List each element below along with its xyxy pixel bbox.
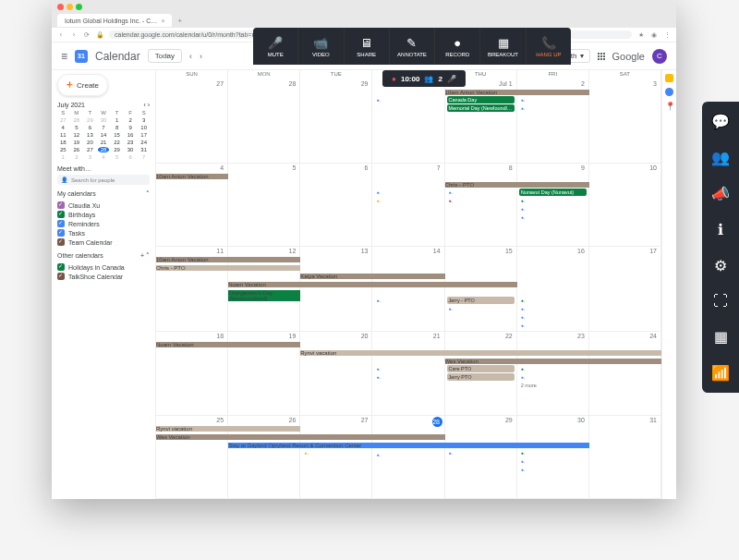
back-icon[interactable]: ‹ (57, 31, 65, 38)
mini-cal-day[interactable]: 1 (111, 117, 123, 123)
mini-cal-day[interactable]: 17 (138, 132, 150, 138)
maximize-icon[interactable] (76, 4, 82, 10)
calendar-toggle[interactable]: TalkShoe Calendar (57, 272, 150, 281)
search-people-input[interactable]: 👤 Search for people (57, 175, 150, 185)
mini-cal-day[interactable]: 4 (98, 154, 110, 160)
event[interactable]: 1pm FC site weekly sync (447, 449, 454, 457)
mini-cal-day[interactable]: 28 (98, 147, 110, 152)
chevron-up-icon[interactable]: ˄ (146, 190, 150, 198)
mini-cal-day[interactable]: 18 (57, 140, 69, 145)
day-cell[interactable]: 27 (156, 79, 228, 164)
event[interactable]: Jerry PTO (447, 373, 515, 381)
toolbar-annotate[interactable]: ✎ANNOTATE (390, 28, 435, 65)
day-cell[interactable]: 28 (228, 79, 300, 164)
multi-day-event[interactable]: Chris - PTO (156, 265, 300, 271)
mini-cal-day[interactable]: 31 (138, 147, 150, 152)
mini-cal-day[interactable]: 22 (111, 140, 123, 145)
event[interactable]: Canada Day (447, 96, 515, 103)
event[interactable]: Care PTO (447, 365, 515, 372)
day-cell[interactable]: 168:30am Anton in Office10am TalkShoe So… (517, 247, 589, 332)
multi-day-event[interactable]: Rynvi vacation (156, 426, 300, 432)
mini-cal-day[interactable]: 9 (125, 125, 137, 130)
event[interactable]: 3pm sea (374, 96, 381, 103)
multi-day-event[interactable]: Stay at Gaylord Opryland Resort & Conven… (228, 443, 589, 448)
event[interactable]: 11:30am FC site weekly sync (374, 189, 381, 196)
toolbar-record[interactable]: ●RECORD (435, 28, 480, 65)
tasks-icon[interactable] (665, 88, 673, 96)
day-cell[interactable]: 238:30am Anton in Office11:30am Weekly C… (517, 332, 589, 416)
day-cell[interactable]: 308:30am Anton in Office11:30am Weekly C… (517, 416, 589, 500)
day-cell[interactable]: 810am Hard Tag Change FCI3:30pm Weekly M… (445, 164, 517, 248)
day-cell[interactable]: 6 (300, 164, 372, 248)
multi-day-event[interactable]: Wes Vacation (445, 359, 661, 364)
day-cell[interactable]: 29 (300, 79, 372, 164)
multi-day-event[interactable]: 10am Anton Vacation (445, 90, 589, 95)
avatar[interactable]: C (652, 49, 667, 64)
event[interactable]: 8:30am Anton in Office (519, 365, 526, 372)
mini-cal-day[interactable]: 8 (111, 125, 123, 130)
mini-cal-day[interactable]: 12 (71, 132, 83, 138)
megaphone-icon[interactable]: 📣 (711, 185, 730, 202)
info-icon[interactable]: ℹ (718, 221, 723, 238)
wifi-icon[interactable]: 📶 (711, 364, 730, 382)
mini-cal-day[interactable]: 29 (111, 147, 123, 152)
mini-cal-day[interactable]: 6 (84, 125, 96, 130)
mini-cal-day[interactable]: 30 (125, 147, 137, 152)
event[interactable]: 3:30pm Weekly Marketing (447, 197, 454, 204)
event[interactable]: Jerry - PTO (447, 297, 515, 304)
multi-day-event[interactable]: Wes Vacation (156, 434, 445, 440)
event[interactable]: 11:30am Weekly Company (519, 313, 526, 321)
multi-day-event[interactable]: Noam Vacation (156, 342, 300, 347)
day-cell[interactable]: 711:30am FC site weekly sync3pm Leon - D… (372, 164, 444, 248)
event[interactable]: 2 more (519, 382, 587, 389)
event[interactable]: 8:30am Anton in Office (519, 197, 526, 204)
add-calendar-icon[interactable]: + ˄ (140, 252, 150, 260)
multi-day-event[interactable]: Orangemen's Day (Newfoundland) (228, 290, 300, 301)
multi-day-event[interactable]: 10am Anton Vacation (156, 257, 300, 262)
mini-cal-day[interactable]: 25 (57, 147, 69, 152)
event[interactable]: 3pm Leon - Dental appt. (374, 197, 381, 204)
event[interactable]: 11:30am Weekly Company (519, 213, 526, 221)
calendar-toggle[interactable]: Reminders (57, 219, 150, 228)
mini-cal-day[interactable]: 3 (84, 154, 96, 160)
mini-cal-day[interactable]: 7 (138, 154, 150, 160)
toolbar-breakout[interactable]: ▦BREAKOUT (480, 28, 526, 65)
hamburger-icon[interactable]: ≡ (61, 50, 67, 63)
multi-day-event[interactable]: Rynvi vacation (300, 350, 661, 356)
toolbar-video[interactable]: 📹VIDEO (298, 28, 344, 65)
day-cell[interactable]: 31 (589, 416, 661, 500)
mini-cal-day[interactable]: 28 (71, 117, 83, 123)
day-cell[interactable]: 291pm FC site weekly sync (445, 416, 517, 500)
event[interactable]: 11am Claudia/Anton/Julia/ (374, 297, 381, 304)
extension-icon[interactable]: ★ (637, 31, 645, 39)
browser-tab[interactable]: Iotum Global Holdings Inc. - C… × (57, 14, 172, 27)
close-icon[interactable] (57, 4, 64, 10)
close-tab-icon[interactable]: × (161, 18, 164, 24)
mini-cal-day[interactable]: 5 (71, 125, 83, 130)
day-cell[interactable]: 5 (228, 164, 300, 248)
menu-icon[interactable]: ⋮ (663, 31, 671, 39)
event[interactable]: 8:30am Anton in Office (519, 449, 526, 457)
calendar-toggle[interactable]: Birthdays (57, 210, 150, 219)
day-cell[interactable]: 303pm sea (372, 79, 444, 164)
event[interactable]: 10am Hard Tag Change FCI (447, 189, 454, 196)
mini-cal-nav[interactable]: ‹ › (143, 102, 150, 108)
keep-icon[interactable] (665, 74, 673, 82)
mini-cal-day[interactable]: 19 (71, 140, 83, 145)
event[interactable]: 8:30am Anton in Office (519, 297, 526, 304)
event[interactable]: 11:30am FC site weekly sync (447, 305, 454, 312)
event[interactable]: Nunavut Day (Nunavut) (519, 189, 587, 196)
fullscreen-icon[interactable]: ⛶ (713, 293, 728, 310)
toolbar-hang-up[interactable]: 📞HANG UP (527, 28, 571, 65)
layout-icon[interactable]: ▦ (714, 328, 728, 346)
settings-icon[interactable]: ⚙ (714, 257, 727, 274)
toolbar-share[interactable]: 🖥SHARE (345, 28, 390, 65)
event[interactable]: 11:30am Weekly Company (519, 466, 526, 473)
apps-grid-icon[interactable] (598, 53, 605, 60)
mini-cal-day[interactable]: 27 (84, 147, 96, 152)
event[interactable]: 11:30am Weekly Company (519, 322, 526, 329)
mini-cal-day[interactable]: 20 (84, 140, 96, 145)
mini-cal-day[interactable]: 3 (138, 117, 150, 123)
mini-cal-day[interactable]: 7 (98, 125, 110, 130)
multi-day-event[interactable]: 10am Anton Vacation (156, 174, 228, 179)
